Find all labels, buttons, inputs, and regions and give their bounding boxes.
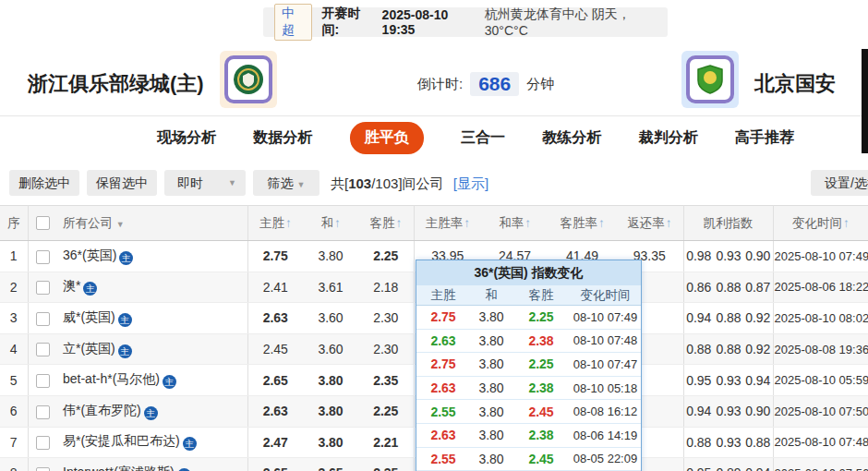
kelly-draw-cell: 0.89 bbox=[714, 458, 743, 471]
odds-home-cell: 2.63 bbox=[247, 395, 303, 427]
kelly-draw-cell: 0.93 bbox=[714, 427, 743, 458]
row-seq: 6 bbox=[0, 395, 28, 427]
row-checkbox[interactable] bbox=[36, 405, 50, 419]
company-cell[interactable]: 伟*(直布罗陀)主 bbox=[57, 395, 247, 427]
league-badge[interactable]: 中超 bbox=[274, 4, 312, 41]
change-time-cell: 2025-08-10 08:02 bbox=[773, 303, 868, 334]
row-seq: 2 bbox=[0, 272, 28, 303]
popup-odds-away: 2.38 bbox=[512, 380, 570, 395]
row-checkbox[interactable] bbox=[36, 250, 50, 264]
nav-tab[interactable]: 教练分析 bbox=[542, 128, 601, 148]
live-dropdown-value: 即时 bbox=[177, 175, 203, 190]
company-cell[interactable]: Interwet*(塞浦路斯)主 bbox=[57, 458, 247, 471]
popup-odds-away: 2.45 bbox=[512, 452, 570, 466]
company-cell[interactable]: 36*(英国)主 bbox=[57, 241, 247, 272]
main-badge-icon: 主 bbox=[119, 251, 133, 265]
odds-home-cell: 2.75 bbox=[247, 241, 303, 272]
row-checkbox[interactable] bbox=[36, 312, 50, 326]
match-info-bar: 中超 开赛时间: 2025-08-10 19:35 杭州黄龙体育中心 阴天，30… bbox=[263, 7, 668, 37]
company-cell[interactable]: 易*(安提瓜和巴布达)主 bbox=[57, 427, 247, 458]
keep-selected-button[interactable]: 保留选中 bbox=[87, 170, 157, 196]
company-cell[interactable]: 立*(英国)主 bbox=[57, 333, 247, 365]
company-name: Interwet*(塞浦路斯) bbox=[63, 465, 175, 471]
nav-tab[interactable]: 高手推荐 bbox=[735, 128, 794, 148]
countdown-unit: 分钟 bbox=[526, 76, 554, 93]
header-divider bbox=[0, 115, 868, 116]
select-all-checkbox[interactable] bbox=[36, 216, 50, 230]
popup-odds-away: 2.38 bbox=[512, 428, 570, 442]
row-seq: 4 bbox=[0, 333, 28, 365]
popup-change-time: 08-10 07:48 bbox=[570, 333, 641, 347]
odds-away-cell: 2.30 bbox=[358, 333, 414, 365]
show-link[interactable]: [显示] bbox=[453, 175, 488, 191]
company-cell[interactable]: 澳*主 bbox=[57, 272, 247, 303]
filter-dropdown[interactable]: 筛选 ▼ bbox=[253, 170, 319, 196]
row-checkbox[interactable] bbox=[36, 436, 50, 450]
row-seq: 8 bbox=[0, 458, 28, 471]
countdown-value: 686 bbox=[470, 72, 519, 96]
header-home-rate[interactable]: 主胜率↑ bbox=[414, 206, 481, 241]
main-badge-icon: 主 bbox=[183, 437, 197, 451]
sort-up-icon: ↑ bbox=[843, 216, 850, 230]
header-draw-rate[interactable]: 和率↑ bbox=[481, 206, 549, 241]
change-time-cell: 2025-08-10 07:48 bbox=[773, 427, 868, 458]
popup-odds-home: 2.75 bbox=[416, 309, 470, 324]
popup-header-away: 客胜 bbox=[512, 287, 570, 304]
header-change-time[interactable]: 变化时间↑ bbox=[773, 206, 868, 241]
popup-history-row: 2.75 3.80 2.25 08-10 07:49 bbox=[416, 306, 641, 330]
header-return-rate[interactable]: 返还率↑ bbox=[616, 206, 683, 241]
nav-tab[interactable]: 裁判分析 bbox=[639, 128, 698, 148]
main-badge-icon: 主 bbox=[163, 375, 176, 389]
header-company[interactable]: 所有公司 ▼ bbox=[57, 206, 247, 241]
row-checkbox[interactable] bbox=[36, 281, 50, 295]
kelly-away-cell: 0.92 bbox=[743, 303, 773, 334]
company-name: 易*(安提瓜和巴布达) bbox=[63, 433, 180, 448]
table-toolbar: 删除选中 保留选中 即时 ▼ 筛选 ▼ 共[103/103]间公司 [显示] 设… bbox=[0, 157, 868, 205]
kelly-home-cell: 0.98 bbox=[683, 241, 714, 272]
row-checkbox[interactable] bbox=[36, 343, 50, 356]
nav-tab[interactable]: 三合一 bbox=[461, 128, 505, 148]
change-time-cell: 2025-08-06 18:22 bbox=[773, 272, 868, 303]
header-away-rate-label: 客胜率 bbox=[560, 216, 597, 230]
count-value: 103 bbox=[348, 175, 371, 191]
popup-change-time: 08-08 16:12 bbox=[570, 405, 641, 418]
company-name: 伟*(直布罗陀) bbox=[63, 403, 141, 417]
header-home-odds[interactable]: 主胜↑ bbox=[247, 206, 303, 241]
sort-up-icon: ↑ bbox=[464, 216, 470, 230]
row-checkbox[interactable] bbox=[36, 374, 50, 388]
row-checkbox[interactable] bbox=[36, 467, 50, 471]
odds-home-cell: 2.63 bbox=[247, 303, 303, 334]
row-checkbox-cell bbox=[28, 303, 57, 334]
nav-tab[interactable]: 胜平负 bbox=[350, 122, 424, 154]
popup-header-time: 变化时间 bbox=[570, 287, 641, 304]
company-name: 澳* bbox=[63, 278, 80, 293]
company-cell[interactable]: bet-at-h*(马尔他)主 bbox=[57, 365, 247, 396]
header-away-odds[interactable]: 客胜↑ bbox=[358, 206, 414, 241]
row-checkbox-cell bbox=[28, 395, 57, 427]
sort-up-icon: ↑ bbox=[598, 216, 605, 230]
odds-away-cell: 2.35 bbox=[358, 458, 414, 471]
company-name: 36*(英国) bbox=[63, 248, 116, 262]
kelly-home-cell: 0.95 bbox=[683, 458, 714, 471]
company-cell[interactable]: 威*(英国)主 bbox=[57, 303, 247, 334]
kelly-away-cell: 0.87 bbox=[743, 272, 773, 303]
select-all-checkbox-cell bbox=[28, 206, 57, 241]
popup-header-draw: 和 bbox=[470, 287, 512, 304]
odds-away-cell: 2.18 bbox=[358, 272, 414, 303]
popup-change-time: 08-10 05:18 bbox=[570, 381, 641, 395]
header-draw-odds[interactable]: 和↑ bbox=[303, 206, 358, 241]
popup-odds-home: 2.63 bbox=[416, 333, 470, 348]
sort-up-icon: ↑ bbox=[395, 216, 402, 230]
kelly-draw-cell: 0.88 bbox=[714, 333, 743, 365]
settings-button[interactable]: 设置/选择 bbox=[811, 170, 868, 196]
change-time-cell: 2025-08-10 07:49 bbox=[773, 241, 868, 272]
live-dropdown[interactable]: 即时 ▼ bbox=[164, 170, 246, 196]
main-badge-icon: 主 bbox=[83, 282, 97, 296]
kelly-home-cell: 0.95 bbox=[683, 365, 714, 396]
main-badge-icon: 主 bbox=[118, 344, 132, 358]
delete-selected-button[interactable]: 删除选中 bbox=[9, 170, 79, 196]
nav-tab[interactable]: 数据分析 bbox=[253, 128, 312, 148]
header-away-rate[interactable]: 客胜率↑ bbox=[549, 206, 616, 241]
nav-tab[interactable]: 现场分析 bbox=[157, 128, 216, 148]
odds-away-cell: 2.30 bbox=[358, 303, 414, 334]
